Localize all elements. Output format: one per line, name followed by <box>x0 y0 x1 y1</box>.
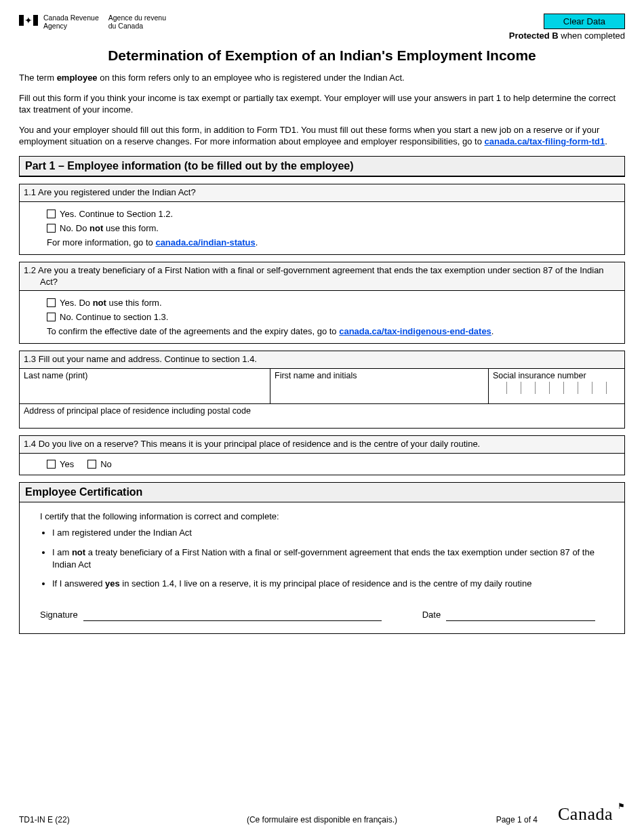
q14-yes-label: Yes <box>60 459 74 469</box>
cert-bullet-2: I am not a treaty beneficiary of a First… <box>52 547 616 571</box>
protected-b-label: Protected B <box>509 31 559 41</box>
top-bar: ✦ Canada Revenue Agency Agence du revenu… <box>19 14 625 41</box>
q11-no-label: No. Do not use this form. <box>60 223 159 233</box>
canada-wordmark: Canada⚑ <box>558 804 625 825</box>
signature-label: Signature <box>40 609 78 621</box>
date-label: Date <box>422 609 441 621</box>
protected-marking: Protected B when completed <box>509 31 625 41</box>
sin-boxes[interactable] <box>493 382 620 394</box>
address-field[interactable]: Address of principal place of residence … <box>20 404 624 428</box>
wordmark-flag-icon: ⚑ <box>618 801 626 812</box>
agency-fr-line2: du Canada <box>108 22 166 30</box>
last-name-label: Last name (print) <box>24 371 87 380</box>
q11-info-b: . <box>256 237 258 247</box>
agency-en-line1: Canada Revenue <box>43 14 99 22</box>
end-dates-link[interactable]: canada.ca/tax-indigenous-end-dates <box>339 326 491 336</box>
certification-heading: Employee Certification <box>20 483 624 502</box>
q12-info-b: . <box>491 326 494 336</box>
page-number: Page 1 of 4 <box>496 815 538 825</box>
last-name-field[interactable]: Last name (print) <box>20 369 270 403</box>
q12-no-label: No. Continue to section 1.3. <box>60 312 168 322</box>
q12-info-a: To confirm the effective date of the agr… <box>47 326 339 336</box>
cert-bullet-3: If I answered yes in section 1.4, I live… <box>52 578 616 590</box>
date-field[interactable]: Date <box>422 609 595 621</box>
protected-suffix: when completed <box>559 31 625 41</box>
cert-lead: I certify that the following information… <box>40 511 616 523</box>
q11-no-checkbox[interactable] <box>47 224 56 233</box>
cert-bullet-1: I am registered under the Indian Act <box>52 527 616 539</box>
indian-status-link[interactable]: canada.ca/indian-status <box>155 237 255 247</box>
q11-question: 1.1 Are you registered under the Indian … <box>20 184 624 202</box>
part-1-heading: Part 1 – Employee information (to be fil… <box>20 157 624 176</box>
employee-certification: Employee Certification I certify that th… <box>19 482 625 634</box>
signature-field[interactable]: Signature <box>40 609 382 621</box>
intro-text: The term employee on this form refers on… <box>19 72 625 148</box>
part-1-header-box: Part 1 – Employee information (to be fil… <box>19 156 625 177</box>
top-right: Clear Data Protected B when completed <box>509 14 625 41</box>
agency-fr-line1: Agence du revenu <box>108 14 166 22</box>
question-1-3: 1.3 Fill out your name and address. Cont… <box>19 351 625 429</box>
form-title: Determination of Exemption of an Indian'… <box>19 47 625 64</box>
form-code: TD1-IN E (22) <box>19 815 70 825</box>
intro-p3-b: . <box>605 136 607 146</box>
q12-no-checkbox[interactable] <box>47 313 56 321</box>
agency-en-line2: Agency <box>43 22 99 30</box>
q14-no-checkbox[interactable] <box>87 460 96 469</box>
q13-head: 1.3 Fill out your name and address. Cont… <box>20 351 624 369</box>
first-name-label: First name and initials <box>275 371 357 380</box>
q11-yes-label: Yes. Continue to Section 1.2. <box>60 209 173 219</box>
question-1-1: 1.1 Are you registered under the Indian … <box>19 184 625 255</box>
q14-yes-checkbox[interactable] <box>47 460 56 469</box>
q12-yes-checkbox[interactable] <box>47 298 56 307</box>
first-name-field[interactable]: First name and initials <box>270 369 489 403</box>
q12-question: 1.2 Are you a treaty beneficiary of a Fi… <box>24 265 620 288</box>
footer: TD1-IN E (22) (Ce formulaire est disponi… <box>19 804 625 825</box>
intro-p1-c: on this form refers only to an employee … <box>98 73 405 83</box>
q11-yes-checkbox[interactable] <box>47 210 56 218</box>
government-logo: ✦ Canada Revenue Agency Agence du revenu… <box>19 14 166 30</box>
page: ✦ Canada Revenue Agency Agence du revenu… <box>0 0 644 834</box>
intro-p1-a: The term <box>19 73 57 83</box>
q12-yes-label: Yes. Do not use this form. <box>60 298 162 308</box>
clear-data-button[interactable]: Clear Data <box>544 14 625 29</box>
intro-p1-b: employee <box>57 73 98 83</box>
question-1-2: 1.2 Are you a treaty beneficiary of a Fi… <box>19 262 625 344</box>
question-1-4: 1.4 Do you live on a reserve? This means… <box>19 435 625 475</box>
q14-question: 1.4 Do you live on a reserve? This means… <box>20 436 624 454</box>
td1-link[interactable]: canada.ca/tax-filing-form-td1 <box>484 136 605 146</box>
intro-p2: Fill out this form if you think your inc… <box>19 92 625 116</box>
flag-icon: ✦ <box>19 14 38 26</box>
address-label: Address of principal place of residence … <box>24 406 251 416</box>
q11-info-a: For more information, go to <box>47 237 155 247</box>
wordmark-text: Canada <box>558 804 613 824</box>
sin-label: Social insurance number <box>493 371 586 380</box>
sin-field[interactable]: Social insurance number <box>489 369 624 403</box>
q14-no-label: No <box>100 459 112 469</box>
agency-name: Canada Revenue Agency Agence du revenu d… <box>43 14 166 30</box>
